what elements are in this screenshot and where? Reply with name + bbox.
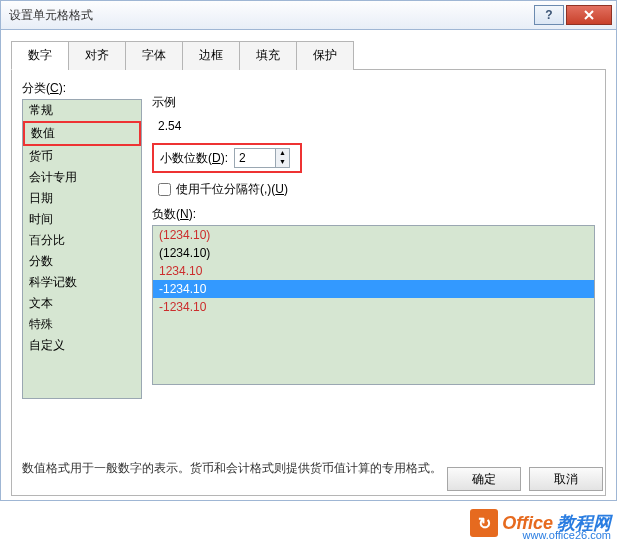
category-item[interactable]: 货币 <box>23 146 141 167</box>
category-item[interactable]: 特殊 <box>23 314 141 335</box>
negative-label: 负数(N): <box>152 206 595 223</box>
tab-panel-number: 分类(C): 常规数值货币会计专用日期时间百分比分数科学记数文本特殊自定义 示例… <box>11 70 606 496</box>
category-item[interactable]: 百分比 <box>23 230 141 251</box>
negative-listbox[interactable]: (1234.10)(1234.10)1234.10-1234.10-1234.1… <box>152 225 595 385</box>
category-item[interactable]: 科学记数 <box>23 272 141 293</box>
tab-0[interactable]: 数字 <box>11 41 69 70</box>
category-item[interactable]: 文本 <box>23 293 141 314</box>
category-label: 分类(C): <box>22 80 142 97</box>
category-item[interactable]: 会计专用 <box>23 167 141 188</box>
negative-item[interactable]: (1234.10) <box>153 244 594 262</box>
decimals-label: 小数位数(D): <box>160 150 228 167</box>
watermark-logo-icon: ↻ <box>470 509 498 537</box>
negative-item[interactable]: -1234.10 <box>153 280 594 298</box>
dialog-client: 数字对齐字体边框填充保护 分类(C): 常规数值货币会计专用日期时间百分比分数科… <box>0 30 617 501</box>
tab-strip: 数字对齐字体边框填充保护 <box>11 40 606 70</box>
decimals-spinner[interactable]: ▲ ▼ <box>234 148 290 168</box>
ok-button[interactable]: 确定 <box>447 467 521 491</box>
category-item[interactable]: 自定义 <box>23 335 141 356</box>
category-item[interactable]: 常规 <box>23 100 141 121</box>
thousands-checkbox[interactable] <box>158 183 171 196</box>
spin-up-icon[interactable]: ▲ <box>275 149 289 158</box>
decimals-input[interactable] <box>235 149 275 167</box>
sample-value: 2.54 <box>152 113 595 143</box>
tab-1[interactable]: 对齐 <box>68 41 126 70</box>
tab-5[interactable]: 保护 <box>296 41 354 70</box>
decimals-row: 小数位数(D): ▲ ▼ <box>152 143 302 173</box>
cancel-button[interactable]: 取消 <box>529 467 603 491</box>
category-item[interactable]: 分数 <box>23 251 141 272</box>
tab-4[interactable]: 填充 <box>239 41 297 70</box>
negative-item[interactable]: 1234.10 <box>153 262 594 280</box>
titlebar: 设置单元格格式 ? <box>0 0 617 30</box>
window-title: 设置单元格格式 <box>9 7 532 24</box>
spin-down-icon[interactable]: ▼ <box>275 158 289 167</box>
close-icon <box>584 10 594 20</box>
category-item[interactable]: 日期 <box>23 188 141 209</box>
tab-2[interactable]: 字体 <box>125 41 183 70</box>
category-item[interactable]: 时间 <box>23 209 141 230</box>
watermark-url: www.office26.com <box>523 529 611 539</box>
negative-item[interactable]: -1234.10 <box>153 298 594 316</box>
category-listbox[interactable]: 常规数值货币会计专用日期时间百分比分数科学记数文本特殊自定义 <box>22 99 142 399</box>
sample-label: 示例 <box>152 94 595 111</box>
close-button[interactable] <box>566 5 612 25</box>
category-item[interactable]: 数值 <box>23 121 141 146</box>
tab-3[interactable]: 边框 <box>182 41 240 70</box>
help-button[interactable]: ? <box>534 5 564 25</box>
dialog-buttons: 确定 取消 <box>447 467 603 491</box>
negative-item[interactable]: (1234.10) <box>153 226 594 244</box>
thousands-label[interactable]: 使用千位分隔符(,)(U) <box>176 181 288 198</box>
